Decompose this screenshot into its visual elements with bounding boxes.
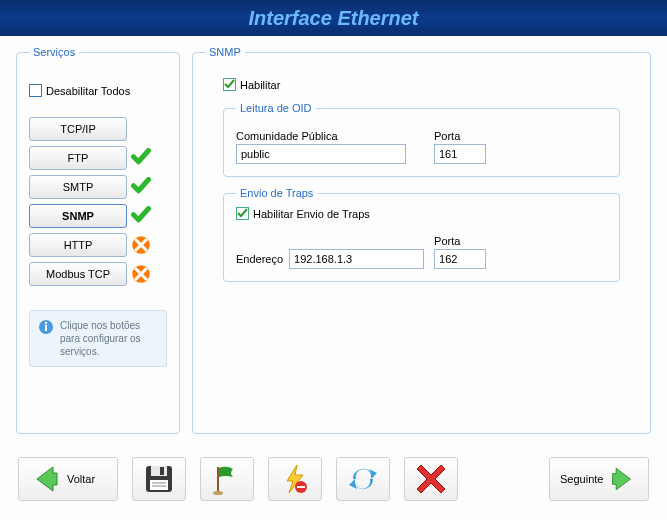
oid-legend: Leitura de OID: [236, 102, 316, 114]
checkbox-box: [223, 78, 236, 91]
service-row: HTTP: [29, 233, 167, 257]
flag-icon: [211, 463, 243, 495]
snmp-group: SNMP Habilitar Leitura de OID Comunidade…: [192, 46, 651, 434]
language-button[interactable]: [200, 457, 254, 501]
service-row: Modbus TCP: [29, 262, 167, 286]
bolt-icon: [279, 463, 311, 495]
traps-address-label: Endereço: [236, 253, 283, 265]
traps-port-input[interactable]: [434, 249, 486, 269]
service-button-snmp[interactable]: SNMP: [29, 204, 127, 228]
service-button-ftp[interactable]: FTP: [29, 146, 127, 170]
traps-enable-label: Habilitar Envio de Traps: [253, 208, 370, 220]
oid-port-input[interactable]: [434, 144, 486, 164]
title-bar: Interface Ethernet: [0, 0, 667, 36]
traps-address-input[interactable]: [289, 249, 424, 269]
check-icon: [131, 206, 151, 226]
snmp-enable-checkbox[interactable]: Habilitar: [223, 78, 280, 91]
info-box: Clique nos botões para configurar os ser…: [29, 310, 167, 367]
service-row: SNMP: [29, 204, 167, 228]
info-text: Clique nos botões para configurar os ser…: [60, 319, 158, 358]
service-button-tcp-ip[interactable]: TCP/IP: [29, 117, 127, 141]
snmp-legend: SNMP: [205, 46, 245, 58]
traps-enable-checkbox[interactable]: Habilitar Envio de Traps: [236, 207, 370, 220]
alarm-button[interactable]: [268, 457, 322, 501]
cancel-button[interactable]: [404, 457, 458, 501]
save-icon: [143, 463, 175, 495]
oid-port-label: Porta: [434, 130, 486, 142]
arrow-right-icon: [609, 463, 638, 495]
service-button-smtp[interactable]: SMTP: [29, 175, 127, 199]
page-title: Interface Ethernet: [248, 7, 418, 30]
save-button[interactable]: [132, 457, 186, 501]
back-label: Voltar: [67, 473, 95, 485]
community-input[interactable]: [236, 144, 406, 164]
next-label: Seguinte: [560, 473, 603, 485]
checkbox-box: [29, 84, 42, 97]
error-icon: [131, 235, 151, 255]
services-legend: Serviços: [29, 46, 79, 58]
error-icon: [131, 264, 151, 284]
service-button-modbus-tcp[interactable]: Modbus TCP: [29, 262, 127, 286]
disable-all-checkbox[interactable]: Desabilitar Todos: [29, 84, 130, 97]
info-icon: [38, 319, 54, 335]
next-button[interactable]: Seguinte: [549, 457, 649, 501]
toolbar: Voltar Seguinte: [0, 448, 667, 510]
refresh-icon: [347, 463, 379, 495]
services-group: Serviços Desabilitar Todos TCP/IPFTPSMTP…: [16, 46, 180, 434]
disable-all-label: Desabilitar Todos: [46, 85, 130, 97]
close-icon: [415, 463, 447, 495]
community-label: Comunidade Pública: [236, 130, 406, 142]
refresh-button[interactable]: [336, 457, 390, 501]
traps-legend: Envio de Traps: [236, 187, 317, 199]
service-row: FTP: [29, 146, 167, 170]
check-icon: [131, 177, 151, 197]
check-icon: [131, 148, 151, 168]
back-button[interactable]: Voltar: [18, 457, 118, 501]
snmp-enable-label: Habilitar: [240, 79, 280, 91]
service-row: SMTP: [29, 175, 167, 199]
traps-group: Envio de Traps Habilitar Envio de Traps …: [223, 187, 620, 282]
service-row: TCP/IP: [29, 117, 167, 141]
traps-port-label: Porta: [434, 235, 486, 247]
service-button-http[interactable]: HTTP: [29, 233, 127, 257]
oid-group: Leitura de OID Comunidade Pública Porta: [223, 102, 620, 177]
arrow-left-icon: [29, 463, 61, 495]
checkbox-box: [236, 207, 249, 220]
